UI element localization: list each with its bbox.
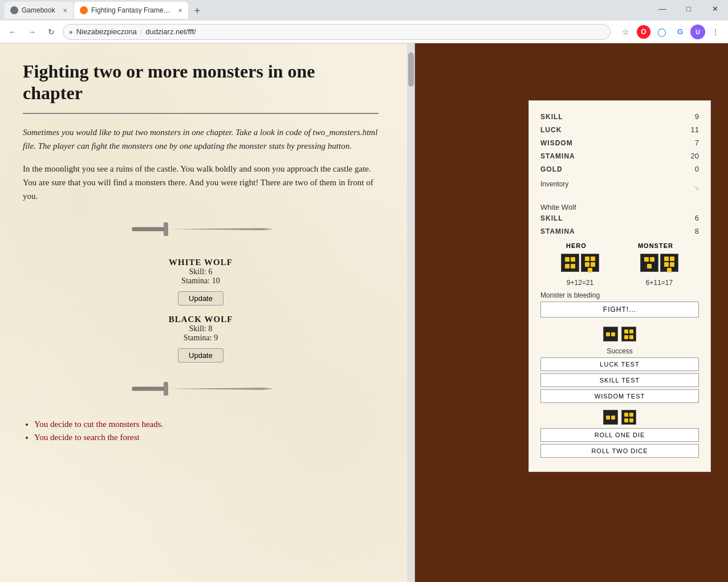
dot (591, 262, 595, 267)
main-area: Fighting two or more monsters in one cha… (0, 43, 728, 582)
book-panel: Fighting two or more monsters in one cha… (0, 43, 407, 582)
dot (624, 329, 628, 333)
svg-rect-3 (132, 387, 166, 390)
browser-titlebar: Gamebook ✕ Fighting Fantasy Framework do… (0, 0, 728, 21)
dot (624, 418, 628, 422)
profile-avatar[interactable]: U (690, 25, 705, 39)
test-die-1 (603, 327, 618, 341)
scrollbar-thumb[interactable] (408, 52, 414, 87)
address-box[interactable]: ● Niezabezpieczona | dudziarz.net/fff/ (63, 24, 611, 40)
tabs-row: Gamebook ✕ Fighting Fantasy Framework do… (5, 2, 723, 19)
dot (644, 257, 649, 262)
combat-labels: HERO MONSTER (540, 242, 699, 249)
opera-button[interactable]: O (636, 24, 652, 40)
roll-section: ROLL ONE DIE ROLL TWO DICE (540, 410, 699, 458)
black-wolf-block: BLACK WOLF Skill: 8 Stamina: 9 Update (23, 315, 379, 363)
wisdom-test-button[interactable]: WISDOM TEST (540, 389, 699, 403)
white-wolf-block: WHITE WOLF Skill: 6 Stamina: 10 Update (23, 258, 379, 306)
sword-image-2 (127, 372, 275, 406)
dot (571, 264, 575, 268)
dot (670, 262, 674, 267)
url-text: dudziarz.net/fff/ (145, 27, 196, 36)
star-button[interactable]: ☆ (617, 24, 633, 40)
minimize-button[interactable]: — (649, 0, 676, 17)
test-section: Success LUCK TEST SKILL TEST WISDOM TEST (540, 327, 699, 403)
dot (647, 264, 652, 268)
back-button[interactable]: ← (5, 24, 21, 40)
dot (664, 257, 669, 261)
white-wolf-skill: Skill: 6 (23, 267, 379, 276)
choice-item-1[interactable]: You decide to cut the monsters heads. (34, 420, 379, 429)
ff-tab-icon (80, 6, 88, 14)
skill-value: 9 (695, 112, 699, 121)
dot (606, 416, 610, 420)
combat-scores: 9+12=21 6+11=17 (540, 276, 699, 289)
fight-button[interactable]: FIGHT!... (540, 302, 699, 318)
dot (667, 268, 672, 272)
dot (606, 332, 610, 336)
dot (611, 416, 615, 420)
skill-label: SKILL (540, 113, 563, 121)
dot (611, 332, 615, 336)
stats-panel: SKILL 9 LUCK 11 WISDOM 7 STAMINA 20 GOLD… (528, 100, 711, 472)
dot (629, 418, 633, 422)
opera-icon: O (637, 25, 650, 39)
monster-section: White Wolf SKILL 6 STAMINA 8 (540, 203, 699, 235)
book-paragraph2: In the moonlight you see a ruins of the … (23, 162, 379, 203)
white-wolf-update-btn[interactable]: Update (178, 291, 223, 306)
white-wolf-name: WHITE WOLF (23, 258, 379, 267)
skill-row: SKILL 9 (540, 112, 699, 121)
translate-button[interactable]: G (672, 24, 688, 40)
tab2-close[interactable]: ✕ (178, 7, 182, 14)
black-wolf-stamina: Stamina: 9 (23, 333, 379, 343)
menu-button[interactable]: ⋮ (707, 24, 723, 40)
dot (629, 413, 633, 417)
hero-die-1 (561, 254, 579, 272)
luck-row: LUCK 11 (540, 125, 699, 134)
browser-actions: ☆ O ◯ G U ⋮ (617, 24, 723, 40)
skill-test-button[interactable]: SKILL TEST (540, 373, 699, 387)
browser-chrome: Gamebook ✕ Fighting Fantasy Framework do… (0, 0, 728, 43)
forward-button[interactable]: → (24, 24, 40, 40)
stats-section: SKILL 9 LUCK 11 WISDOM 7 STAMINA 20 GOLD… (540, 112, 699, 197)
tab-fighting-fantasy[interactable]: Fighting Fantasy Framework dow ✕ (74, 2, 188, 19)
white-wolf-stamina: Stamina: 10 (23, 276, 379, 286)
scrollbar-track[interactable] (407, 43, 415, 582)
dot (565, 257, 570, 262)
resize-handle[interactable]: ↘ (694, 184, 699, 192)
tab1-close[interactable]: ✕ (63, 7, 67, 14)
roll-two-dice-button[interactable]: ROLL TWO DICE (540, 444, 699, 458)
wisdom-value: 7 (695, 139, 699, 147)
dot (650, 257, 654, 262)
maximize-button[interactable]: □ (676, 0, 702, 17)
luck-value: 11 (691, 125, 699, 134)
tab-gamebook[interactable]: Gamebook ✕ (5, 2, 73, 19)
refresh-button[interactable]: ↻ (43, 24, 59, 40)
new-tab-button[interactable]: + (189, 3, 205, 19)
roll-die-2 (621, 410, 636, 425)
lock-icon: ● (69, 29, 73, 35)
combat-dice-display (540, 254, 699, 272)
choice-item-2[interactable]: You decide to search the forest (34, 433, 379, 442)
svg-rect-1 (164, 222, 168, 236)
dot (629, 335, 633, 339)
monster-skill-label: SKILL (540, 214, 563, 222)
dot (591, 257, 595, 261)
black-wolf-skill: Skill: 8 (23, 324, 379, 333)
dot (664, 262, 669, 267)
single-dice-display (540, 410, 699, 425)
roll-one-die-button[interactable]: ROLL ONE DIE (540, 428, 699, 442)
window-controls: — □ ✕ (649, 0, 728, 21)
hero-dice-group (561, 254, 599, 272)
monster-skill-row: SKILL 6 (540, 214, 699, 222)
close-button[interactable]: ✕ (702, 0, 728, 17)
hero-score: 9+12=21 (567, 279, 593, 287)
dot (670, 257, 674, 261)
dropbox-button[interactable]: ◯ (654, 24, 670, 40)
sword-divider-1 (23, 212, 379, 249)
luck-test-button[interactable]: LUCK TEST (540, 357, 699, 371)
roll-die-1 (603, 410, 618, 425)
black-wolf-update-btn[interactable]: Update (178, 348, 223, 363)
monster-score: 6+11=17 (646, 279, 673, 287)
protocol-text: Niezabezpieczona (76, 27, 137, 36)
